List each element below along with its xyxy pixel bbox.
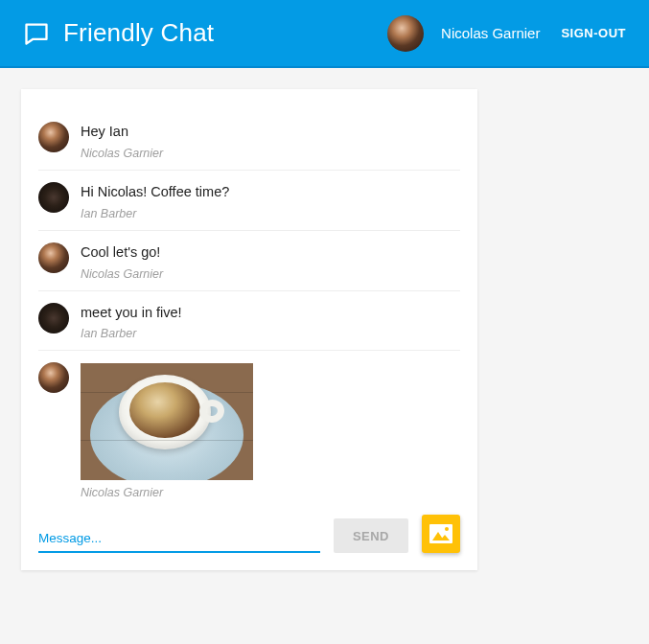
user-avatar[interactable] [387, 15, 424, 52]
message-sender: Ian Barber [81, 327, 460, 340]
message-avatar [38, 182, 69, 213]
message-avatar [38, 303, 69, 334]
message-row: Nicolas Garnier [38, 351, 460, 509]
app-header: Friendly Chat Nicolas Garnier SIGN-OUT [0, 0, 649, 68]
message-row: meet you in five!Ian Barber [38, 291, 460, 352]
message-avatar [38, 362, 69, 393]
message-row: Cool let's go!Nicolas Garnier [38, 231, 460, 291]
header-right: Nicolas Garnier SIGN-OUT [387, 15, 626, 52]
message-text: meet you in five! [81, 304, 460, 322]
image-upload-button[interactable] [422, 515, 460, 553]
send-button[interactable]: SEND [334, 518, 408, 553]
user-name: Nicolas Garnier [441, 25, 540, 41]
message-input-wrap [38, 525, 320, 553]
message-body: Cool let's go!Nicolas Garnier [81, 242, 460, 281]
message-body: Hey IanNicolas Garnier [81, 122, 460, 160]
message-sender: Ian Barber [81, 207, 460, 220]
message-text: Hey Ian [81, 123, 460, 141]
chat-icon [23, 20, 50, 47]
message-sender: Nicolas Garnier [81, 486, 460, 499]
message-image[interactable] [81, 363, 253, 480]
chat-card: Hey IanNicolas GarnierHi Nicolas! Coffee… [21, 89, 477, 570]
message-sender: Nicolas Garnier [81, 147, 460, 160]
message-input[interactable] [38, 525, 320, 553]
message-text: Hi Nicolas! Coffee time? [81, 183, 460, 201]
message-list: Hey IanNicolas GarnierHi Nicolas! Coffee… [38, 110, 460, 509]
composer: SEND [38, 515, 460, 553]
message-body: Nicolas Garnier [81, 362, 460, 499]
message-body: meet you in five!Ian Barber [81, 303, 460, 341]
message-row: Hey IanNicolas Garnier [38, 110, 460, 171]
header-left: Friendly Chat [23, 18, 214, 48]
message-text: Cool let's go! [81, 243, 460, 262]
message-body: Hi Nicolas! Coffee time?Ian Barber [81, 182, 460, 220]
message-avatar [38, 122, 69, 152]
message-avatar [38, 242, 69, 273]
message-row: Hi Nicolas! Coffee time?Ian Barber [38, 171, 460, 231]
message-sender: Nicolas Garnier [81, 267, 460, 281]
signout-button[interactable]: SIGN-OUT [557, 18, 626, 48]
image-icon [429, 524, 452, 543]
app-title: Friendly Chat [63, 18, 214, 48]
